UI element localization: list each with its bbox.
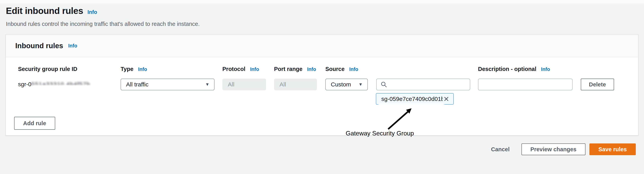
description-input[interactable]: [478, 79, 572, 90]
inbound-rules-panel: Inbound rules Info Security group rule I…: [6, 34, 638, 136]
rule-row: sgr-0551a33310 4b4f57b All traffic ▼ All…: [18, 79, 638, 90]
page-subtitle: Inbound rules control the incoming traff…: [6, 21, 638, 27]
top-strip: [0, 0, 644, 4]
protocol-field-disabled: All: [222, 79, 266, 90]
close-icon: [443, 96, 450, 102]
rule-id-prefix: sgr-0: [18, 81, 31, 87]
security-group-token-label: sg-059e7ce7409c0d01b: [381, 96, 443, 102]
chevron-down-icon: ▼: [205, 82, 210, 87]
source-type-select[interactable]: Custom ▼: [325, 79, 368, 90]
rule-id-redacted-text: 551a33310 4b4f57b: [31, 81, 90, 87]
chevron-down-icon: ▼: [358, 82, 363, 87]
type-select-value: All traffic: [126, 81, 148, 88]
preview-changes-button[interactable]: Preview changes: [522, 143, 586, 155]
cancel-button[interactable]: Cancel: [491, 146, 510, 153]
add-rule-button[interactable]: Add rule: [14, 117, 55, 130]
delete-rule-button[interactable]: Delete: [581, 79, 614, 90]
footer-actions: Cancel Preview changes Save rules: [0, 143, 636, 155]
source-info-link[interactable]: Info: [349, 66, 358, 72]
save-rules-button[interactable]: Save rules: [590, 143, 636, 155]
column-header-rule-id: Security group rule ID: [18, 66, 120, 72]
port-range-field-disabled: All: [274, 79, 317, 90]
column-header-protocol: Protocol Info: [222, 66, 266, 72]
source-search-input[interactable]: [376, 79, 470, 90]
port-range-info-link[interactable]: Info: [307, 66, 316, 72]
type-select[interactable]: All traffic ▼: [120, 79, 214, 90]
remove-token-button[interactable]: [443, 95, 450, 102]
protocol-info-link[interactable]: Info: [250, 66, 259, 72]
panel-title: Inbound rules: [15, 42, 63, 50]
security-group-token: sg-059e7ce7409c0d01b: [376, 93, 454, 105]
panel-info-link[interactable]: Info: [68, 43, 77, 49]
column-header-type: Type Info: [120, 66, 214, 72]
page-title-info-link[interactable]: Info: [88, 9, 97, 15]
column-header-description: Description - optional Info: [478, 66, 572, 72]
column-header-row: Security group rule ID Type Info Protoco…: [18, 66, 638, 72]
column-header-port-range: Port range Info: [274, 66, 317, 72]
description-info-link[interactable]: Info: [541, 66, 550, 72]
page-header: Edit inbound rules Info Inbound rules co…: [0, 4, 644, 27]
page-title: Edit inbound rules: [6, 6, 83, 16]
rule-id-text: sgr-0551a33310 4b4f57b: [18, 79, 120, 88]
panel-header: Inbound rules Info: [6, 35, 638, 57]
source-type-select-value: Custom: [331, 81, 351, 88]
column-header-source: Source Info: [325, 66, 368, 72]
panel-body: Security group rule ID Type Info Protoco…: [6, 57, 638, 135]
type-info-link[interactable]: Info: [138, 66, 147, 72]
